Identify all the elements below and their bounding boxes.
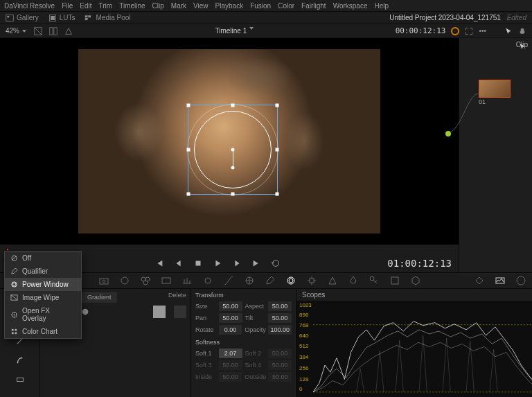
next-frame-icon[interactable] — [232, 258, 242, 268]
menu-item[interactable]: Mark — [171, 2, 186, 10]
split-screen-icon[interactable] — [48, 26, 58, 36]
scopes-icon[interactable] — [495, 275, 506, 286]
menu-image-wipe[interactable]: Image Wipe — [5, 291, 81, 304]
loop-icon[interactable] — [271, 258, 281, 268]
svg-rect-34 — [391, 277, 398, 284]
panel-gallery-toggle[interactable]: Gallery — [6, 14, 39, 22]
node-editor[interactable]: Clip 01 — [459, 38, 532, 272]
menu-item[interactable]: DaVinci Resolve — [4, 2, 55, 10]
size-value[interactable]: 50.00 — [219, 301, 242, 311]
timeline-name[interactable]: Timeline 1 — [215, 27, 247, 35]
first-frame-icon[interactable] — [154, 258, 164, 268]
menu-item[interactable]: Edit — [80, 2, 91, 10]
prev-frame-icon[interactable] — [174, 258, 184, 268]
play-icon[interactable] — [213, 258, 222, 268]
pan-value[interactable]: 50.00 — [219, 313, 242, 323]
last-frame-icon[interactable] — [251, 258, 261, 268]
menu-item[interactable]: Fairlight — [301, 2, 326, 10]
soft2-value: 50.00 — [268, 349, 292, 358]
menu-item[interactable]: Fusion — [250, 2, 271, 10]
power-windows-icon[interactable] — [285, 275, 296, 286]
keyframes-icon[interactable] — [474, 275, 485, 286]
magic-mask-icon[interactable] — [327, 275, 338, 286]
color-wheels-icon[interactable] — [140, 275, 151, 286]
sidebar-tab-clip[interactable]: Clip — [516, 41, 528, 48]
hdr-icon[interactable] — [161, 275, 172, 286]
expand-icon[interactable] — [465, 27, 473, 35]
menu-item[interactable]: File — [62, 2, 73, 10]
inside-label: Inside — [195, 373, 216, 380]
camera-raw-icon[interactable] — [98, 275, 109, 286]
transform-panel: Transform Size 50.00 Aspect 50.00 Pan 50… — [191, 289, 296, 397]
panel-mediapool-toggle[interactable]: Media Pool — [85, 14, 130, 22]
softness-header: Softness — [195, 339, 292, 346]
rgb-mixer-icon[interactable] — [181, 275, 193, 286]
highlight-icon[interactable] — [64, 26, 73, 36]
mask-icon[interactable] — [80, 307, 90, 317]
node-input-dot[interactable] — [445, 131, 451, 136]
svg-rect-21 — [100, 279, 108, 284]
power-window-overlay[interactable] — [188, 105, 278, 195]
shape-polygon-tool[interactable] — [12, 353, 28, 368]
info-icon[interactable] — [515, 275, 526, 286]
menu-color-chart[interactable]: Color Chart — [5, 325, 81, 338]
hand-icon[interactable] — [518, 27, 526, 35]
qualifier-icon[interactable] — [265, 275, 276, 286]
tab-gradient[interactable]: Gradient — [82, 292, 117, 303]
outside-label: Outside — [245, 373, 265, 380]
aspect-value[interactable]: 50.00 — [268, 301, 292, 311]
menu-power-window[interactable]: Power Window — [5, 278, 81, 291]
node-thumbnail[interactable] — [479, 80, 511, 98]
delete-button[interactable]: Delete — [168, 292, 186, 303]
rotate-value[interactable]: 0.00 — [219, 325, 242, 335]
zoom-control[interactable]: 42% — [6, 27, 26, 35]
viewport-bar: 42% Timeline 1 00:00:12:13 ••• — [0, 24, 532, 38]
svg-rect-18 — [15, 329, 17, 331]
menu-openfx[interactable]: Open FX Overlay — [5, 304, 81, 325]
color-checker-icon[interactable] — [119, 275, 130, 286]
menu-item[interactable]: Timeline — [119, 2, 145, 10]
key-icon[interactable] — [369, 275, 380, 286]
soft1-value[interactable]: 2.07 — [219, 349, 242, 358]
menu-item[interactable]: View — [193, 2, 209, 10]
scopes-panel: Scopes 1023 896 768 640 512 384 256 128 … — [296, 289, 532, 397]
panel-luts-toggle[interactable]: LUTs — [48, 14, 76, 22]
bypass-grade-icon[interactable] — [451, 27, 459, 35]
soft1-label: Soft 1 — [195, 350, 216, 357]
waveform-scope[interactable]: 1023 896 768 640 512 384 256 128 0 — [296, 301, 532, 397]
svg-point-13 — [12, 283, 16, 286]
timecode-display[interactable]: 00:00:12:13 — [396, 26, 446, 35]
viewer[interactable] — [0, 38, 459, 245]
menu-item[interactable]: Playback — [215, 2, 244, 10]
menu-item[interactable]: Clip — [152, 2, 164, 10]
motion-effects-icon[interactable] — [202, 275, 213, 286]
opacity-value[interactable]: 100.00 — [268, 325, 292, 335]
menu-qualifier[interactable]: Qualifier — [5, 265, 81, 278]
svg-rect-19 — [12, 332, 14, 334]
tracker-icon[interactable] — [306, 275, 317, 286]
blur-icon[interactable] — [348, 275, 359, 286]
svg-rect-32 — [310, 279, 314, 283]
shape-curve-tool[interactable] — [12, 372, 28, 387]
image-wipe-icon[interactable] — [33, 26, 43, 36]
transform-header: Transform — [195, 292, 292, 299]
svg-point-26 — [143, 281, 148, 285]
stop-icon[interactable] — [193, 258, 203, 268]
tilt-value[interactable]: 50.00 — [268, 313, 292, 323]
menu-item[interactable]: Help — [374, 2, 389, 10]
aspect-label: Aspect — [245, 303, 266, 310]
menu-item[interactable]: Workspace — [333, 2, 368, 10]
menu-off[interactable]: Off — [5, 252, 81, 265]
window-preview-on[interactable] — [153, 306, 166, 318]
curves-icon[interactable] — [223, 275, 234, 286]
menu-item[interactable]: Color — [278, 2, 294, 10]
timecode-large[interactable]: 01:00:12:13 — [387, 258, 452, 269]
pointer-icon[interactable] — [504, 27, 513, 35]
more-icon[interactable]: ••• — [479, 27, 486, 35]
sizing-icon[interactable] — [389, 275, 400, 286]
menu-item[interactable]: Trim — [99, 2, 113, 10]
soft4-label: Soft 4 — [245, 362, 266, 369]
window-preview-off[interactable] — [174, 306, 186, 318]
color-warper-icon[interactable] — [244, 275, 255, 286]
3d-icon[interactable] — [410, 275, 421, 286]
